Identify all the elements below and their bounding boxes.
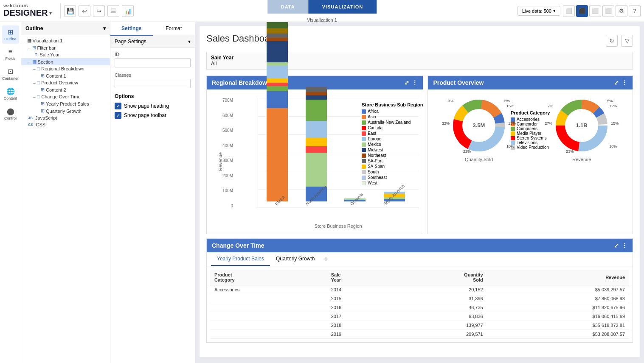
filter-button[interactable]: ▽ xyxy=(621,35,633,47)
brand-logo: WebFOCUS DESIGNER ▾ xyxy=(3,4,52,18)
legend-europe: Europe xyxy=(362,137,423,141)
cot-header-actions: ⤢ ⋮ xyxy=(614,242,627,249)
product-expand-icon[interactable]: ⤢ xyxy=(614,79,619,86)
legend-mexico: Mexico xyxy=(362,142,423,147)
nav-fields[interactable]: ≡ Fields xyxy=(2,45,19,63)
css-icon: CS xyxy=(28,123,34,127)
expand-icon[interactable]: ⤢ xyxy=(404,79,409,86)
donut-qty: 3.5M 6% 3% 15% 13% 10% 22% 32% xyxy=(451,98,506,162)
donut-qty-label: Quantity Sold xyxy=(465,157,493,162)
donut-rev: 1.1B 5% 12% 15% 10% 23% 27% 7% xyxy=(554,98,609,162)
nav-content-label: Content xyxy=(4,96,17,101)
outline-panel: Outline ▾ – ▦ Visualization 1 – ⊞ Filter… xyxy=(21,22,110,363)
tree-item-content1[interactable]: ⊞ Content 1 xyxy=(21,72,110,79)
canvas-page: Sales Dashboard ↻ ▽ Sale Year All Regi xyxy=(200,26,640,357)
saleyear-icon: T xyxy=(35,53,37,57)
refresh-button[interactable]: ↻ xyxy=(606,35,618,47)
legend-africa: Africa xyxy=(362,109,423,114)
tab-data[interactable]: DATA xyxy=(267,0,309,14)
checkbox-show-toolbar[interactable]: ✓ Show page toolbar xyxy=(115,112,191,119)
tab-format[interactable]: Format xyxy=(153,22,195,36)
tree-label-content2: Content 2 xyxy=(46,87,66,92)
javascript-icon: JS xyxy=(28,116,33,120)
live-data-button[interactable]: Live data: 500 ▾ xyxy=(517,6,560,16)
left-nav: ⊞ Outline ≡ Fields ⊡ Container 🌐 Content… xyxy=(0,22,21,363)
nav-content[interactable]: 🌐 Content xyxy=(2,85,19,103)
more-options-icon[interactable]: ⋮ xyxy=(412,79,418,86)
tree-item-saleyear[interactable]: T Sale Year xyxy=(21,51,110,58)
checkbox-show-heading[interactable]: ✓ Show page heading xyxy=(115,103,191,109)
regional-breakdown-title: Regional Breakdown xyxy=(212,79,270,86)
regional-breakdown-card: Regional Breakdown ⤢ ⋮ Revenue xyxy=(206,75,423,234)
product-overview-title: Product Overview xyxy=(433,79,484,86)
table-row: 2018 139,977 $35,619,872.81 xyxy=(210,321,629,330)
cot-tab-quarterly[interactable]: Quarterly Growth xyxy=(270,252,321,266)
view-icon-3[interactable]: ⬜ xyxy=(589,5,601,17)
settings-panel: Settings Format Page Settings ▾ ID Class… xyxy=(110,22,195,363)
tab-visualization[interactable]: VISUALIZATION xyxy=(309,0,377,14)
nav-outline[interactable]: ⊞ Outline xyxy=(2,25,19,44)
cell-revenue: $53,208,007.57 xyxy=(487,330,629,339)
view-icon-1[interactable]: ⬜ xyxy=(563,5,575,17)
cell-year: 2014 xyxy=(327,285,392,294)
view-icons-group: ⬜ ⬛ ⬜ ⬜ ⚙ ? xyxy=(563,5,641,17)
product-more-icon[interactable]: ⋮ xyxy=(622,79,627,86)
cot-add-tab[interactable]: + xyxy=(324,255,328,263)
legend-east: East xyxy=(362,131,423,136)
tree-item-viz1[interactable]: – ▦ Visualization 1 xyxy=(21,37,110,44)
outline-icon: ⊞ xyxy=(8,28,13,36)
change-over-time-header: Change Over Time ⤢ ⋮ xyxy=(207,239,633,252)
view-icon-4[interactable]: ⬜ xyxy=(602,5,614,17)
id-input[interactable] xyxy=(115,58,191,67)
change-over-time-card: Change Over Time ⤢ ⋮ Yearly Product Sale… xyxy=(206,238,633,343)
tree-item-javascript[interactable]: JS JavaScript xyxy=(21,114,110,121)
view-icon-2[interactable]: ⬛ xyxy=(576,5,588,17)
outline-title: Outline xyxy=(25,25,43,31)
settings-tabs: Settings Format xyxy=(110,22,195,36)
filter-value: All xyxy=(211,61,233,67)
outline-collapse-icon[interactable]: ▾ xyxy=(103,25,106,31)
tree-item-content2[interactable]: ⊞ Content 2 xyxy=(21,86,110,93)
bar-northamerica: North America xyxy=(301,87,332,208)
cell-revenue: $35,619,872.81 xyxy=(487,321,629,330)
tree-item-regionalbr[interactable]: – □ Regional Breakdown xyxy=(21,65,110,72)
tree-item-changeovertime[interactable]: – □ Change Over Time xyxy=(21,93,110,100)
tree-item-productov[interactable]: – □ Product Overview xyxy=(21,79,110,86)
tree-item-section[interactable]: – ▦ Section xyxy=(21,58,110,65)
table-view-button[interactable]: ☰ xyxy=(107,5,119,17)
cell-revenue: $16,060,415.69 xyxy=(487,312,629,321)
quarterly-icon: ⊞ xyxy=(41,108,45,114)
checkbox-toolbar-box[interactable]: ✓ xyxy=(115,112,121,119)
help-icon[interactable]: ? xyxy=(629,5,641,17)
tree-label-filterbar: Filter bar xyxy=(37,45,56,50)
cot-tab-yearly[interactable]: Yearly Product Sales xyxy=(211,252,270,266)
change-over-time-title: Change Over Time xyxy=(212,242,264,249)
tree-item-filterbar[interactable]: – ⊞ Filter bar xyxy=(21,44,110,51)
checkbox-heading-box[interactable]: ✓ xyxy=(115,103,121,109)
dashboard-grid: Regional Breakdown ⤢ ⋮ Revenue xyxy=(206,75,633,343)
tree-item-quarterly[interactable]: ⊞ Quarterly Growth xyxy=(21,107,110,114)
cot-expand-icon[interactable]: ⤢ xyxy=(614,242,619,249)
cot-more-icon[interactable]: ⋮ xyxy=(622,242,627,249)
regionalbr-icon: □ xyxy=(37,66,40,71)
brand-arrow[interactable]: ▾ xyxy=(49,10,52,16)
settings-dropdown[interactable]: Page Settings ▾ xyxy=(110,36,195,47)
nav-container[interactable]: ⊡ Container xyxy=(2,65,19,83)
tree-label-content1: Content 1 xyxy=(46,73,66,78)
tree-item-yearlysales[interactable]: ⊞ Yearly Product Sales xyxy=(21,100,110,107)
redo-button[interactable]: ↪ xyxy=(93,5,105,17)
table-header-row: ProductCategory SaleYear QuantitySold Re… xyxy=(210,270,629,285)
tab-settings[interactable]: Settings xyxy=(110,22,153,36)
nav-control-label: Control xyxy=(4,116,17,120)
nav-control[interactable]: ⬤ Control xyxy=(2,105,19,123)
chart-view-button[interactable]: 📊 xyxy=(122,5,134,17)
dropdown-arrow-icon: ▾ xyxy=(188,39,191,45)
undo-button[interactable]: ↩ xyxy=(79,5,90,17)
settings-icon[interactable]: ⚙ xyxy=(616,5,627,17)
classes-input[interactable] xyxy=(115,79,191,88)
save-button[interactable]: 💾 xyxy=(64,5,76,17)
y-axis-labels: 700M 600M 500M 400M 300M 200M 100M 0 xyxy=(211,98,233,208)
cell-revenue: $11,820,675.96 xyxy=(487,303,629,312)
legend-canada: Canada xyxy=(362,126,423,130)
tree-item-css[interactable]: CS CSS xyxy=(21,121,110,128)
